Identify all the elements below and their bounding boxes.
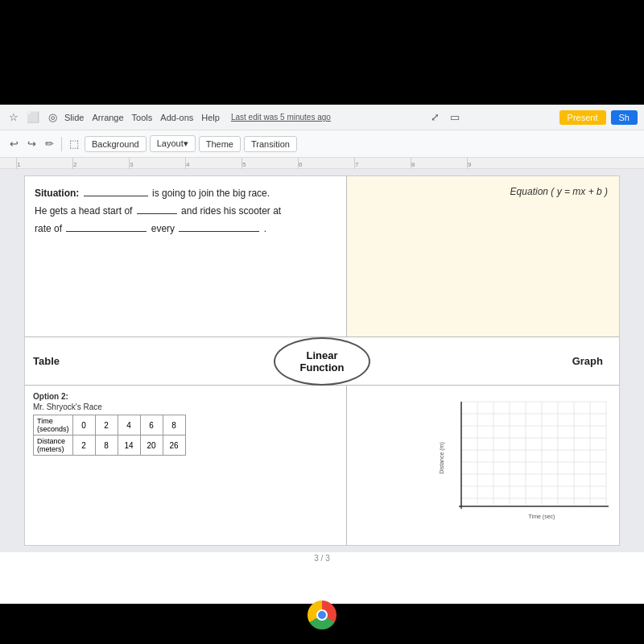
top-section: Situation: is going to join the big race… bbox=[25, 176, 619, 337]
window-icon[interactable]: ▭ bbox=[448, 110, 462, 125]
time-header: Time(seconds) bbox=[34, 415, 73, 436]
slide[interactable]: Situation: is going to join the big race… bbox=[24, 175, 620, 546]
time-0: 0 bbox=[72, 415, 95, 436]
situation-box: Situation: is going to join the big race… bbox=[25, 176, 347, 336]
ruler-mark-1: 1 bbox=[16, 158, 72, 169]
menu-help[interactable]: Help bbox=[201, 113, 220, 122]
svg-text:Time (sec): Time (sec) bbox=[529, 514, 555, 520]
dist-8: 26 bbox=[163, 436, 185, 456]
undo-icon[interactable]: ↩ bbox=[6, 137, 21, 151]
toolbar: ↩ ↪ ✏ ⬚ Background Layout▾ Theme Transit… bbox=[0, 130, 644, 158]
slide-content: Situation: is going to join the big race… bbox=[25, 176, 619, 545]
redo-icon[interactable]: ↪ bbox=[24, 137, 39, 151]
ruler: 1 2 3 4 5 6 7 8 9 bbox=[0, 158, 644, 169]
ruler-mark-7: 7 bbox=[354, 158, 411, 169]
ruler-mark-6: 6 bbox=[298, 158, 354, 169]
blank-name bbox=[84, 196, 148, 196]
option-name: Mr. Shryock's Race bbox=[33, 402, 338, 411]
table-label: Table bbox=[25, 355, 89, 367]
dist-0: 2 bbox=[72, 436, 95, 456]
star-icon[interactable]: ☆ bbox=[6, 110, 21, 125]
paint-icon[interactable]: ✏ bbox=[42, 137, 56, 151]
dist-2: 8 bbox=[95, 436, 118, 456]
last-edit-label: Last edit was 5 minutes ago bbox=[231, 113, 331, 122]
expand-icon[interactable]: ⤢ bbox=[428, 110, 443, 125]
middle-section: Table Linear Function Graph bbox=[25, 337, 619, 386]
table-section: Option 2: Mr. Shryock's Race Time(second… bbox=[25, 386, 347, 545]
time-4: 4 bbox=[118, 415, 140, 436]
distance-header: Distance(meters) bbox=[34, 436, 73, 456]
equation-label: Equation ( y = mx + b ) bbox=[510, 186, 608, 197]
table-row-1: Time(seconds) 0 2 4 6 8 bbox=[34, 415, 186, 436]
ruler-mark-4: 4 bbox=[185, 158, 242, 169]
menu-items: Slide Arrange Tools Add-ons Help Last ed… bbox=[64, 113, 331, 122]
graph-label: Graph bbox=[572, 355, 619, 367]
transition-button[interactable]: Transition bbox=[244, 136, 297, 152]
line2-post: and rides his scooter at bbox=[181, 205, 281, 217]
linear-text-line2: Function bbox=[300, 361, 345, 374]
situation-label: Situation: bbox=[35, 188, 79, 199]
menu-tools[interactable]: Tools bbox=[132, 113, 153, 122]
blank-rate bbox=[66, 231, 147, 232]
ruler-mark-5: 5 bbox=[242, 158, 298, 169]
line3-post: . bbox=[264, 223, 266, 234]
time-2: 2 bbox=[95, 415, 118, 436]
zoom-icon[interactable]: ⬚ bbox=[67, 137, 81, 151]
present-button[interactable]: Present bbox=[559, 110, 606, 125]
slide-area: Situation: is going to join the big race… bbox=[0, 169, 644, 552]
line3-pre: rate of bbox=[35, 223, 62, 234]
data-table: Time(seconds) 0 2 4 6 8 Distance(meters)… bbox=[33, 415, 186, 456]
situation-line1: Situation: is going to join the big race… bbox=[35, 188, 336, 199]
graph-section: Distance (m) Time (sec) bbox=[347, 386, 619, 545]
menu-bar: ☆ ⬜ ◎ Slide Arrange Tools Add-ons Help L… bbox=[0, 105, 644, 130]
share-button[interactable]: Sh bbox=[611, 110, 638, 125]
option-label: Option 2: bbox=[33, 392, 338, 401]
menu-slide[interactable]: Slide bbox=[64, 113, 84, 122]
linear-text-line1: Linear bbox=[300, 349, 345, 361]
ruler-mark-8: 8 bbox=[411, 158, 467, 169]
blank-head-start bbox=[137, 213, 177, 214]
time-6: 6 bbox=[140, 415, 163, 436]
chrome-icon bbox=[308, 601, 336, 630]
situation-line1-post: is going to join the big race. bbox=[152, 188, 270, 199]
layout-button[interactable]: Layout▾ bbox=[150, 135, 196, 152]
time-8: 8 bbox=[163, 415, 185, 436]
line3-mid: every bbox=[151, 223, 175, 234]
line2-pre: He gets a head start of bbox=[35, 205, 132, 217]
blank-every bbox=[179, 231, 259, 232]
table-row-2: Distance(meters) 2 8 14 20 26 bbox=[34, 436, 186, 456]
theme-button[interactable]: Theme bbox=[199, 136, 241, 152]
equation-box: Equation ( y = mx + b ) bbox=[347, 176, 619, 336]
chrome-circle bbox=[308, 601, 336, 630]
graph-svg: Distance (m) Time (sec) bbox=[437, 394, 614, 522]
ruler-mark-3: 3 bbox=[129, 158, 185, 169]
dist-4: 14 bbox=[118, 436, 140, 456]
situation-line2: He gets a head start of and rides his sc… bbox=[35, 205, 336, 217]
camera-icon[interactable]: ◎ bbox=[45, 110, 60, 125]
linear-function-oval: Linear Function bbox=[274, 337, 370, 386]
svg-text:Distance (m): Distance (m) bbox=[439, 442, 445, 474]
bottom-section: Option 2: Mr. Shryock's Race Time(second… bbox=[25, 386, 619, 545]
situation-line3: rate of every . bbox=[35, 223, 336, 234]
ruler-mark-9: 9 bbox=[467, 158, 523, 169]
graph-container: Distance (m) Time (sec) bbox=[437, 394, 614, 522]
background-button[interactable]: Background bbox=[85, 136, 147, 152]
monitor-icon[interactable]: ⬜ bbox=[26, 110, 40, 125]
menu-addons[interactable]: Add-ons bbox=[160, 113, 193, 122]
dist-6: 20 bbox=[140, 436, 163, 456]
ruler-mark-2: 2 bbox=[72, 158, 129, 169]
menu-arrange[interactable]: Arrange bbox=[92, 113, 123, 122]
page-indicator: 3 / 3 bbox=[0, 552, 644, 564]
linear-function-text: Linear Function bbox=[300, 349, 345, 374]
divider bbox=[61, 137, 62, 151]
chrome-inner bbox=[316, 609, 328, 621]
